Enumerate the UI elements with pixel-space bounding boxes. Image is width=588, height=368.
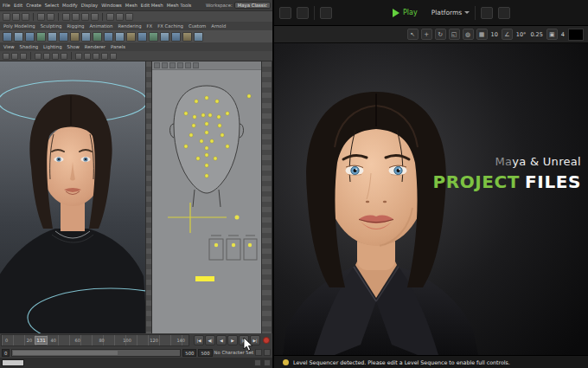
- range-slider[interactable]: [11, 349, 181, 357]
- menu-edit-mesh[interactable]: Edit Mesh: [141, 3, 163, 8]
- isolate-select-icon[interactable]: [84, 53, 91, 60]
- build-icon[interactable]: [498, 7, 510, 19]
- settings-icon[interactable]: [297, 7, 309, 19]
- save-scene-icon[interactable]: [22, 13, 29, 21]
- cinematics-icon[interactable]: [320, 7, 332, 19]
- platforms-dropdown[interactable]: Platforms: [431, 9, 470, 16]
- unreal-viewport[interactable]: Maya & Unreal PROJECTFILES: [274, 43, 588, 355]
- facial-rig-panel[interactable]: [152, 61, 261, 333]
- lighting-icon[interactable]: [61, 53, 67, 60]
- shelf-tab-custom[interactable]: Custom: [189, 23, 206, 29]
- shelf-tab-arnold[interactable]: Arnold: [211, 23, 226, 29]
- step-back-button[interactable]: ◀|: [205, 335, 215, 345]
- world-space-icon[interactable]: ◍: [463, 29, 474, 40]
- shelf-tool-icon[interactable]: [171, 32, 181, 42]
- panel-menu-view[interactable]: View: [3, 44, 15, 49]
- camera-speed-icon[interactable]: ▣: [546, 29, 558, 40]
- record-button[interactable]: [263, 337, 270, 344]
- channel-box-collapsed-strip[interactable]: [261, 61, 272, 333]
- workspace-dropdown[interactable]: Maya Classic: [234, 2, 271, 9]
- shelf-tool-icon[interactable]: [115, 32, 125, 42]
- rig-yellow-slider[interactable]: [195, 276, 214, 281]
- shelf-tool-icon[interactable]: [126, 32, 136, 42]
- menu-mesh-tools[interactable]: Mesh Tools: [167, 3, 192, 8]
- snap-curve-icon[interactable]: [72, 13, 80, 21]
- shelf-tool-icon[interactable]: [137, 32, 147, 42]
- rotation-snap-icon[interactable]: ∠: [502, 29, 513, 40]
- shelf-tool-icon[interactable]: [182, 32, 192, 42]
- grid-snap-icon[interactable]: ▦: [476, 29, 488, 40]
- field-chart-icon[interactable]: [93, 53, 99, 60]
- rig-toolbar-icon[interactable]: [185, 62, 191, 68]
- play-button[interactable]: ▶: [227, 335, 238, 345]
- undo-icon[interactable]: [37, 13, 45, 21]
- shelf-tab-poly-modeling[interactable]: Poly Modeling: [3, 23, 35, 29]
- playback-end-field[interactable]: 500: [182, 349, 196, 357]
- shelf-tool-icon[interactable]: [59, 32, 68, 42]
- new-scene-icon[interactable]: [3, 13, 10, 21]
- current-time-indicator[interactable]: 131: [35, 336, 48, 345]
- panel-menu-panels[interactable]: Panels: [111, 44, 125, 49]
- shelf-tool-icon[interactable]: [14, 32, 23, 42]
- menu-edit[interactable]: Edit: [14, 3, 22, 8]
- scale-tool-icon[interactable]: ◱: [449, 29, 460, 40]
- menu-modify[interactable]: Modify: [62, 3, 78, 8]
- grid-toggle-icon[interactable]: [11, 53, 18, 60]
- camera-icon[interactable]: [3, 53, 10, 60]
- shelf-tab-sculpting[interactable]: Sculpting: [41, 23, 62, 29]
- move-tool-icon[interactable]: +: [421, 29, 432, 40]
- range-slider-bar[interactable]: [13, 351, 117, 355]
- play-button[interactable]: Play: [393, 9, 418, 17]
- maya-viewport[interactable]: [0, 61, 145, 333]
- shelf-tool-icon[interactable]: [81, 32, 91, 42]
- panel-menu-show[interactable]: Show: [67, 44, 80, 49]
- blueprints-icon[interactable]: [481, 7, 493, 19]
- panel-menu-lighting[interactable]: Lighting: [43, 44, 61, 49]
- ipr-render-icon[interactable]: [125, 13, 133, 21]
- menu-file[interactable]: File: [3, 3, 10, 8]
- render-icon[interactable]: [116, 13, 124, 21]
- menu-create[interactable]: Create: [26, 3, 42, 8]
- go-to-start-button[interactable]: |◀: [194, 335, 204, 345]
- shelf-tool-icon[interactable]: [48, 32, 57, 42]
- shelf-tab-rigging[interactable]: Rigging: [67, 23, 84, 29]
- open-scene-icon[interactable]: [12, 13, 20, 21]
- xray-icon[interactable]: [75, 53, 82, 60]
- redo-icon[interactable]: [47, 13, 54, 21]
- time-slider[interactable]: 0 20 40 60 80 100 120 140 131: [1, 334, 189, 346]
- snap-plane-icon[interactable]: [91, 13, 99, 21]
- gate-mask-icon[interactable]: [110, 53, 117, 60]
- rig-toolbar-icon[interactable]: [193, 62, 199, 68]
- shelf-tab-fx-caching[interactable]: FX Caching: [157, 23, 183, 29]
- shaded-icon[interactable]: [43, 53, 50, 60]
- range-start-field[interactable]: 0: [2, 349, 10, 357]
- grid-snap-value[interactable]: 10: [490, 31, 499, 38]
- shelf-tab-fx[interactable]: FX: [147, 23, 153, 29]
- shelf-tool-icon[interactable]: [160, 32, 169, 42]
- range-end-field[interactable]: 500: [198, 349, 212, 357]
- menu-display[interactable]: Display: [81, 3, 99, 8]
- resolution-gate-icon[interactable]: [101, 53, 108, 60]
- camera-speed-value[interactable]: 4: [560, 31, 566, 38]
- auto-key-icon[interactable]: [255, 349, 262, 356]
- shelf-tool-icon[interactable]: [25, 32, 35, 42]
- rotate-tool-icon[interactable]: ↻: [435, 29, 446, 40]
- rig-toolbar-icon[interactable]: [162, 62, 168, 68]
- textured-icon[interactable]: [52, 53, 59, 60]
- panel-menu-renderer[interactable]: Renderer: [85, 44, 105, 49]
- save-icon[interactable]: [279, 7, 291, 19]
- wireframe-icon[interactable]: [35, 53, 42, 60]
- panel-menu-shading[interactable]: Shading: [20, 44, 39, 49]
- shelf-tool-icon[interactable]: [104, 32, 113, 42]
- select-tool-icon[interactable]: ↖: [407, 29, 419, 40]
- help-line-icon[interactable]: [254, 359, 261, 366]
- menu-mesh[interactable]: Mesh: [125, 3, 137, 8]
- shelf-tool-icon[interactable]: [36, 32, 46, 42]
- script-editor-icon[interactable]: [264, 359, 271, 366]
- shelf-tool-icon[interactable]: [3, 32, 12, 42]
- rig-toolbar-icon[interactable]: [169, 62, 176, 68]
- viewport-options-box[interactable]: [568, 29, 584, 41]
- panel-divider-strip[interactable]: [145, 61, 152, 333]
- menu-windows[interactable]: Windows: [101, 3, 122, 8]
- menu-select[interactable]: Select: [45, 3, 59, 8]
